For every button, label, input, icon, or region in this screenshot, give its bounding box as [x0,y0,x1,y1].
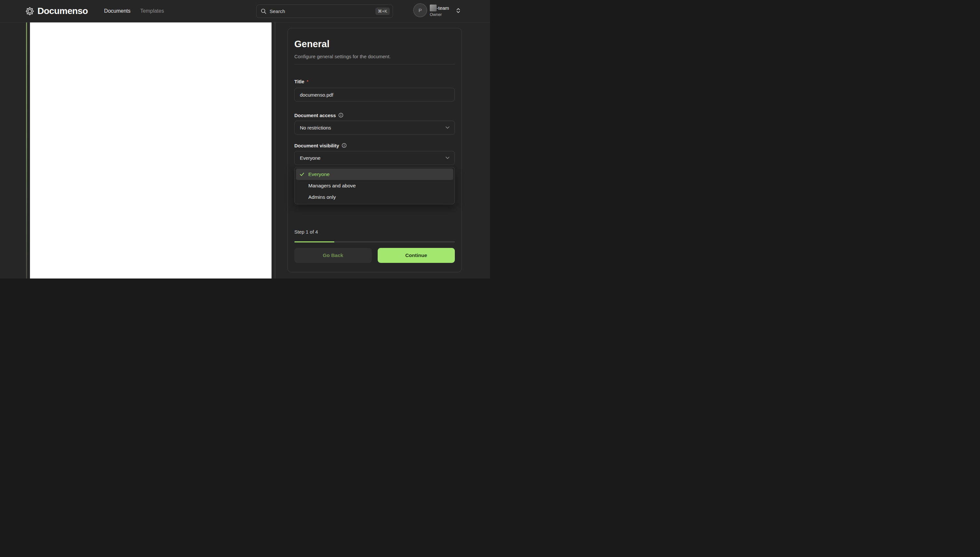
app-root: Documenso Documents Templates Search ⌘+K… [0,0,490,278]
title-field: Title * [294,78,455,101]
info-icon[interactable] [338,112,343,118]
left-accent-line [26,23,27,278]
chevron-down-icon [445,156,450,160]
chevron-down-icon [445,126,450,129]
search-shortcut-badge: ⌘+K [376,8,390,15]
title-input[interactable] [294,88,455,101]
brand[interactable]: Documenso [26,6,88,16]
menu-option-admins-only[interactable]: Admins only [296,191,453,203]
menu-option-label: Everyone [308,171,330,178]
document-visibility-value: Everyone [300,155,320,161]
step-indicator: Step 1 of 4 [294,229,455,235]
nav-documents[interactable]: Documents [104,8,131,14]
progress-fill [294,241,334,243]
continue-button[interactable]: Continue [378,248,455,263]
main-nav: Documents Templates [104,8,164,14]
title-label: Title [294,79,304,84]
search-bar[interactable]: Search ⌘+K [256,5,393,18]
redacted-team-name [430,5,437,11]
info-icon[interactable] [341,143,347,148]
user-team-menu[interactable]: P -team Owner [413,3,461,17]
user-meta: -team Owner [430,5,449,17]
avatar-initial: P [418,8,421,13]
team-name-suffix: -team [437,5,449,11]
visibility-dropdown-menu: Everyone Managers and above Admins only [294,167,455,204]
main-area: General Configure general settings for t… [0,23,490,278]
chevron-up-down-icon [456,8,461,14]
avatar: P [413,3,427,17]
menu-option-managers-and-above[interactable]: Managers and above [296,180,453,191]
documenso-logo-icon [26,7,34,15]
document-access-field: Document access No restrictions [294,112,455,135]
search-icon [261,8,266,14]
user-role: Owner [430,12,449,17]
top-navigation-bar: Documenso Documents Templates Search ⌘+K… [0,0,490,23]
nav-templates[interactable]: Templates [140,8,164,14]
menu-option-everyone[interactable]: Everyone [296,169,453,180]
document-preview-page [30,23,271,278]
document-access-select[interactable]: No restrictions [294,121,455,135]
check-icon [299,172,304,177]
document-access-label: Document access [294,112,336,118]
document-access-value: No restrictions [300,125,331,130]
settings-sidebar: General Configure general settings for t… [276,23,490,278]
card-title: General [294,39,455,49]
card-footer: Step 1 of 4 Go Back Continue [294,229,455,263]
search-placeholder: Search [270,8,376,14]
card-subtitle: Configure general settings for the docum… [294,53,455,60]
document-visibility-select[interactable]: Everyone [294,151,455,165]
general-settings-card: General Configure general settings for t… [287,28,462,272]
document-visibility-field: Document visibility Everyone [294,143,455,204]
brand-name: Documenso [38,6,88,16]
document-visibility-label: Document visibility [294,143,339,148]
required-asterisk: * [307,79,309,84]
menu-option-label: Managers and above [308,183,356,189]
menu-option-label: Admins only [308,194,336,200]
go-back-button[interactable]: Go Back [294,248,372,263]
progress-bar [294,241,455,243]
